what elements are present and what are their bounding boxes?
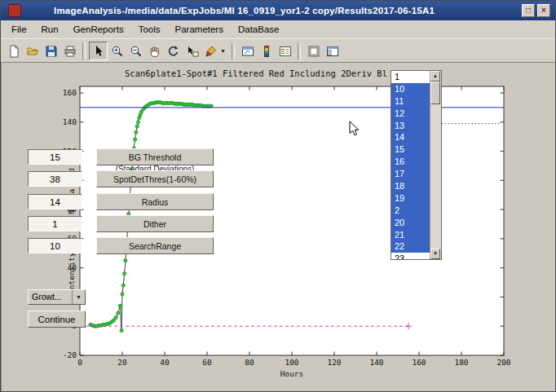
spotdetthres-button[interactable]: SpotDetThres(1-60%) <box>96 170 214 187</box>
scroll-up-icon[interactable]: ▲ <box>430 71 440 81</box>
list-item[interactable]: 14 <box>391 131 430 143</box>
list-item[interactable]: 20 <box>391 217 430 229</box>
radius-input[interactable]: 14 <box>28 194 82 209</box>
growth-curve-plot: 020406080100120140160180200-200204060801… <box>1 1 556 392</box>
spot-number-listbox: 1 10 11 12 13 14 15 16 17 18 19 2 20 21 … <box>391 70 442 260</box>
list-item[interactable]: 1 <box>391 71 430 83</box>
svg-text:-20: -20 <box>63 350 77 359</box>
svg-text:20: 20 <box>117 358 127 367</box>
mouse-cursor <box>349 121 360 137</box>
svg-text:40: 40 <box>160 358 170 367</box>
list-item[interactable]: 19 <box>391 192 430 205</box>
growth-mode-dropdown[interactable]: Growt... ▼ <box>28 289 86 305</box>
searchrange-input[interactable]: 10 <box>28 238 82 253</box>
list-item[interactable]: 21 <box>391 229 430 241</box>
svg-text:80: 80 <box>245 358 254 367</box>
svg-text:0: 0 <box>77 358 82 367</box>
svg-text:140: 140 <box>369 358 383 367</box>
svg-text:Intensity: Intensity <box>67 252 76 294</box>
dither-button[interactable]: Dither <box>96 215 214 232</box>
list-item[interactable]: 22 <box>391 240 430 253</box>
list-item[interactable]: 10 <box>391 83 430 95</box>
bg-threshold-input[interactable]: 15 <box>28 149 82 165</box>
list-item[interactable]: 18 <box>391 180 430 192</box>
svg-text:Hours: Hours <box>280 369 304 378</box>
svg-text:100: 100 <box>285 358 298 367</box>
chevron-down-icon[interactable]: ▼ <box>72 290 85 304</box>
svg-text:Scan6plate1-Spot#1 Filtered Re: Scan6plate1-Spot#1 Filtered Red Includin… <box>125 68 387 78</box>
list-item[interactable]: 17 <box>391 168 430 180</box>
svg-text:160: 160 <box>412 358 426 367</box>
scroll-down-icon[interactable]: ▼ <box>430 249 440 259</box>
scrollbar-thumb[interactable] <box>430 81 440 104</box>
listbox-scrollbar[interactable]: ▲ ▼ <box>430 71 441 259</box>
radius-button[interactable]: Radius <box>96 193 214 210</box>
searchrange-button[interactable]: SearchRange <box>96 237 214 254</box>
svg-text:120: 120 <box>327 358 341 367</box>
svg-text:60: 60 <box>202 358 212 367</box>
bg-threshold-button[interactable]: BG Threshold <box>96 148 214 165</box>
svg-text:140: 140 <box>63 117 77 126</box>
app-window: ImageAnalysis-/media/data/ExpJobs/MI 16_… <box>0 0 556 392</box>
spot-number-list: 1 10 11 12 13 14 15 16 17 18 19 2 20 21 … <box>391 71 430 259</box>
svg-text:160: 160 <box>63 88 77 97</box>
svg-text:200: 200 <box>496 358 510 367</box>
list-item[interactable]: 11 <box>391 95 430 108</box>
spotdetthres-input[interactable]: 38 <box>28 171 82 187</box>
svg-text:180: 180 <box>454 358 468 367</box>
dither-input[interactable]: 1 <box>28 216 82 231</box>
list-item[interactable]: 15 <box>391 143 430 156</box>
list-item[interactable]: 2 <box>391 205 430 217</box>
continue-button[interactable]: Continue <box>28 311 86 328</box>
list-item[interactable]: 12 <box>391 108 430 120</box>
list-item[interactable]: 16 <box>391 156 430 168</box>
list-item[interactable]: 13 <box>391 120 430 132</box>
growth-mode-dropdown-value: Growt... <box>29 290 72 304</box>
list-item[interactable]: 23 <box>391 253 430 259</box>
